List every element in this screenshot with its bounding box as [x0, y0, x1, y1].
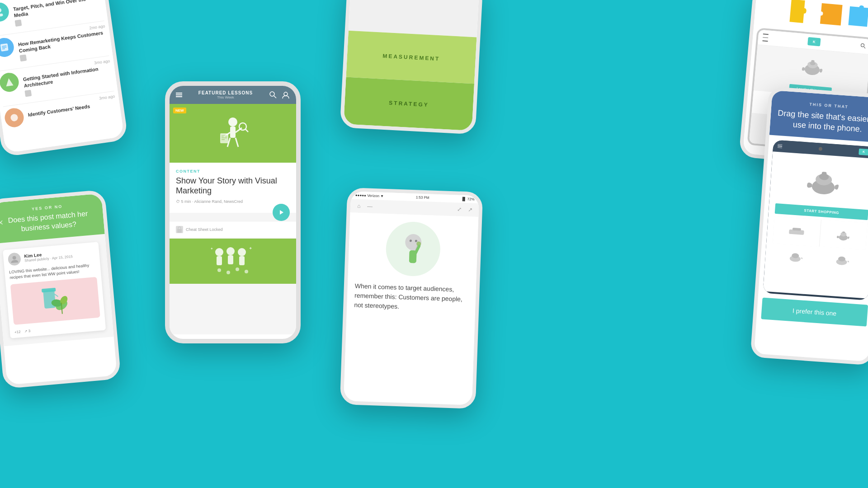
- svg-marker-6: [5, 78, 13, 86]
- phone-this-or-that: THIS OR THAT Drag the site that's easier…: [750, 86, 868, 365]
- phone-featured-lessons: FEATURED LESSONS This Week NEW: [165, 81, 301, 343]
- time: 1:53 PM: [416, 195, 429, 200]
- product-item[interactable]: [773, 216, 821, 247]
- this-or-that-description: Drag the site that's easier to use into …: [776, 108, 868, 136]
- teapot-display: [802, 159, 845, 202]
- lesson-meta: ⏱ 5 min · Alicianne Rand, NewsCred: [176, 199, 290, 204]
- content-area: CONTENT Show Your Story with Visual Mark…: [170, 163, 296, 213]
- featured-card[interactable]: NEW: [170, 104, 296, 163]
- app-header: FEATURED LESSONS This Week: [170, 86, 296, 104]
- phone-target-audience: ●●●●● Verizon ▼ 1:53 PM ▐▌ 72% ⌂ — ⤢ ↗: [340, 188, 483, 409]
- svg-point-25: [215, 248, 223, 256]
- menu-button[interactable]: [176, 92, 182, 98]
- lock-icon: [176, 226, 183, 233]
- post-image: [10, 277, 100, 324]
- category-measurement[interactable]: MEASUREMENT: [346, 30, 476, 84]
- fullscreen-button[interactable]: ⤢: [455, 205, 464, 214]
- share-count: ↗ 3: [24, 329, 30, 333]
- lesson-title: Show Your Story with Visual Marketing: [176, 176, 290, 196]
- product-row-icon: [832, 252, 851, 267]
- audience-illustration: [385, 221, 441, 277]
- svg-point-33: [217, 268, 221, 272]
- svg-line-5: [2, 48, 5, 49]
- svg-line-16: [236, 138, 238, 147]
- phone-yes-no: ✕ YES OR NO Does this post match her bus…: [0, 189, 121, 389]
- svg-point-37: [12, 256, 16, 260]
- svg-rect-74: [842, 231, 845, 233]
- app-body: NEW CONTENT Show Your St: [170, 104, 296, 334]
- featured-illustration: [210, 111, 255, 156]
- teapot-large: [797, 52, 827, 81]
- back-button[interactable]: —: [366, 202, 374, 211]
- browser-nav: ⌂ —: [355, 202, 374, 211]
- list-item[interactable]: 3mo ago Identify Customers' Needs: [4, 94, 117, 128]
- article-meta-icon: [15, 19, 22, 27]
- article-meta-icon: [19, 55, 27, 62]
- avatar: [8, 252, 21, 266]
- article-content: When it comes to target audiences, remem…: [344, 212, 479, 395]
- svg-point-29: [238, 248, 246, 256]
- article-icon: [0, 1, 10, 23]
- cheat-sheet-bar: Cheat Sheet Locked: [170, 221, 296, 238]
- product-item[interactable]: [819, 220, 867, 250]
- home-button[interactable]: ⌂: [355, 202, 363, 211]
- profile-icon[interactable]: [282, 91, 290, 99]
- search-icon[interactable]: [269, 91, 277, 99]
- camera-dot: [819, 147, 823, 151]
- this-or-that-header: THIS OR THAT Drag the site that's easier…: [769, 90, 868, 143]
- puzzle-yellow: [787, 0, 816, 26]
- svg-point-8: [270, 92, 274, 96]
- bottom-illustration: ✦ ✦: [206, 243, 260, 279]
- svg-line-40: [55, 294, 58, 297]
- svg-point-17: [239, 123, 246, 130]
- reaction-count: +12: [14, 330, 21, 334]
- cheat-sheet-text: Cheat Sheet Locked: [186, 227, 223, 232]
- product-teapot-icon: [835, 226, 852, 243]
- svg-rect-12: [230, 127, 236, 138]
- svg-point-10: [284, 92, 288, 96]
- inner-menu-icon[interactable]: [762, 33, 769, 42]
- share-button[interactable]: ↗: [466, 206, 475, 214]
- content-label: CONTENT: [176, 169, 290, 174]
- svg-marker-23: [280, 210, 283, 215]
- inner-brand-logo: K: [859, 148, 868, 155]
- svg-rect-26: [217, 256, 222, 265]
- svg-text:✦: ✦: [210, 247, 213, 251]
- list-item[interactable]: 3mo ago Getting Started with Information…: [0, 59, 113, 100]
- list-item[interactable]: 2mo ago Target, Pitch, and Win Over the …: [0, 0, 104, 30]
- product-row-icon: [786, 249, 805, 264]
- inner-phone-mockup: K START SHOPPING: [763, 140, 868, 300]
- svg-rect-24: [177, 229, 182, 233]
- svg-point-7: [10, 113, 18, 122]
- post-container: Kim Lee Shared publicly · Apr 15, 2015 L…: [0, 234, 114, 346]
- svg-line-54: [863, 47, 865, 49]
- article-icon: [0, 37, 15, 58]
- inner-hamburger[interactable]: [778, 144, 783, 148]
- battery: ▐▌ 72%: [461, 197, 475, 202]
- svg-rect-28: [228, 255, 233, 264]
- bottom-lesson-card[interactable]: ✦ ✦: [170, 239, 296, 284]
- puzzle-blue: [846, 4, 868, 28]
- svg-point-36: [245, 270, 248, 273]
- prefer-this-one-button[interactable]: I prefer this one: [761, 297, 868, 326]
- svg-point-11: [228, 117, 237, 127]
- app-subtitle: This Week: [182, 95, 269, 99]
- inner-search-icon[interactable]: [860, 42, 867, 49]
- browser-actions: ⤢ ↗: [455, 205, 475, 214]
- audience-text: When it comes to target audiences, remem…: [354, 282, 469, 314]
- svg-line-9: [274, 96, 276, 98]
- inner-logo: K: [807, 37, 821, 46]
- product-tray-icon: [788, 225, 805, 237]
- svg-point-35: [236, 267, 239, 271]
- svg-point-53: [861, 44, 864, 47]
- article-icon: [4, 107, 25, 128]
- list-item[interactable]: 2mo ago How Remarketing Keeps Customers …: [0, 23, 108, 65]
- new-badge: NEW: [173, 108, 186, 113]
- category-label: MEASUREMENT: [382, 52, 440, 62]
- app-title: FEATURED LESSONS: [182, 90, 269, 95]
- svg-point-27: [226, 247, 235, 255]
- next-button[interactable]: [273, 204, 290, 221]
- post-card: Kim Lee Shared publicly · Apr 15, 2015 L…: [3, 242, 106, 338]
- category-strategy[interactable]: STRATEGY: [344, 77, 474, 131]
- category-label: STRATEGY: [389, 100, 429, 108]
